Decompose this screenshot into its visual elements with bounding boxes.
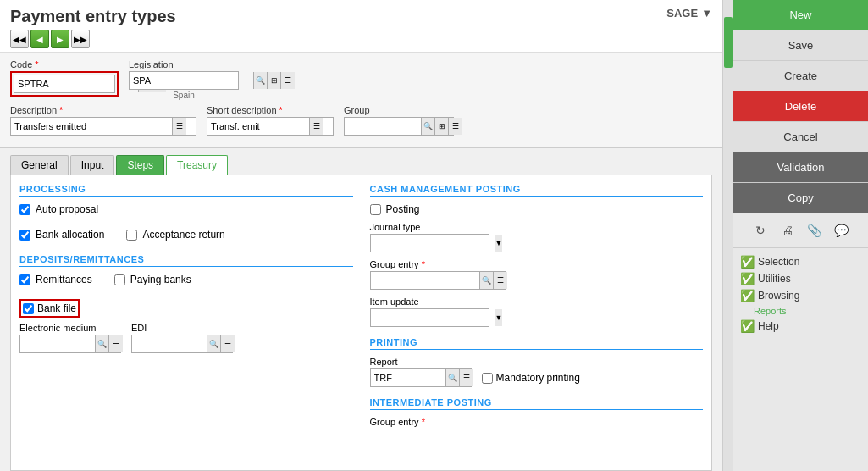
bank-allocation-checkbox[interactable] bbox=[19, 230, 30, 241]
legislation-list-button[interactable]: ☰ bbox=[281, 72, 295, 89]
browsing-link[interactable]: ✅ Browsing bbox=[740, 289, 861, 302]
short-description-input[interactable] bbox=[207, 118, 309, 135]
short-description-input-container: ☰ bbox=[207, 117, 334, 136]
nav-prev-start-button[interactable]: ◀◀ bbox=[10, 30, 29, 48]
legislation-group: Legislation 🔍 ⊞ ☰ Spain bbox=[129, 59, 239, 100]
group-entry-right-label: Group entry * bbox=[370, 259, 704, 269]
auto-proposal-checkbox[interactable] bbox=[19, 204, 30, 215]
description-list-button[interactable]: ☰ bbox=[173, 118, 186, 135]
elec-search-button[interactable]: 🔍 bbox=[96, 335, 109, 352]
legislation-zoom-button[interactable]: ⊞ bbox=[268, 72, 281, 89]
report-input[interactable] bbox=[371, 369, 445, 386]
legislation-search-button[interactable]: 🔍 bbox=[254, 72, 268, 89]
item-update-input[interactable] bbox=[371, 309, 495, 326]
electronic-medium-group: Electronic medium 🔍 ☰ bbox=[19, 323, 121, 353]
group-group: Group 🔍 ⊞ ☰ bbox=[344, 105, 454, 136]
selection-link[interactable]: ✅ Selection bbox=[740, 255, 861, 269]
paying-banks-label: Paying banks bbox=[130, 274, 191, 285]
group-entry-right-input-container: 🔍 ☰ bbox=[370, 271, 506, 290]
tab-steps[interactable]: Steps bbox=[116, 155, 164, 175]
mandatory-printing-checkbox[interactable] bbox=[482, 373, 493, 384]
description-input[interactable] bbox=[11, 118, 172, 135]
code-input[interactable] bbox=[14, 75, 138, 92]
group-input[interactable] bbox=[345, 118, 421, 135]
group-list-button[interactable]: ☰ bbox=[449, 118, 462, 135]
electronic-medium-label: Electronic medium bbox=[19, 323, 121, 333]
journal-type-arrow[interactable]: ▼ bbox=[495, 235, 503, 252]
validation-button[interactable]: Validation bbox=[733, 152, 868, 183]
remittances-row: Remittances Paying banks bbox=[19, 274, 353, 285]
delete-button[interactable]: Delete bbox=[733, 91, 868, 122]
report-label: Report bbox=[370, 357, 704, 367]
legislation-input[interactable] bbox=[130, 72, 253, 89]
item-update-row: Item update ▼ bbox=[370, 296, 704, 327]
nav-next-end-button[interactable]: ▶▶ bbox=[71, 30, 90, 48]
cancel-button[interactable]: Cancel bbox=[733, 122, 868, 152]
create-button[interactable]: Create bbox=[733, 61, 868, 91]
electronic-medium-input[interactable] bbox=[20, 335, 95, 352]
content-inner: PROCESSING Auto proposal Bank allocation… bbox=[11, 175, 711, 470]
scrollbar[interactable] bbox=[722, 0, 733, 471]
scrollbar-thumb[interactable] bbox=[724, 17, 733, 68]
bank-allocation-row: Bank allocation Acceptance return bbox=[19, 229, 353, 241]
remittances-checkbox[interactable] bbox=[19, 274, 30, 285]
bank-file-area: Bank file Electronic medium 🔍 ☰ bbox=[19, 299, 353, 353]
paying-banks-checkbox[interactable] bbox=[114, 274, 125, 285]
sage-label: SAGE ▼ bbox=[666, 7, 712, 19]
utilities-label: Utilities bbox=[758, 273, 791, 285]
sidebar-links: ✅ Selection ✅ Utilities ✅ Browsing Repor… bbox=[733, 248, 868, 343]
group-search-button[interactable]: 🔍 bbox=[422, 118, 435, 135]
left-column: PROCESSING Auto proposal Bank allocation… bbox=[19, 184, 353, 462]
report-list-button[interactable]: ☰ bbox=[460, 369, 473, 386]
mandatory-printing-label: Mandatory printing bbox=[496, 372, 580, 384]
tab-input[interactable]: Input bbox=[70, 155, 115, 175]
new-button[interactable]: New bbox=[733, 0, 868, 30]
print-icon[interactable]: 🖨 bbox=[777, 220, 798, 241]
nav-next-button[interactable]: ▶ bbox=[51, 30, 69, 48]
save-button[interactable]: Save bbox=[733, 30, 868, 61]
tab-treasury[interactable]: Treasury bbox=[166, 155, 228, 175]
group-entry-right-input[interactable] bbox=[371, 272, 479, 289]
journal-type-row: Journal type ▼ bbox=[370, 222, 704, 252]
item-update-arrow[interactable]: ▼ bbox=[495, 309, 503, 326]
processing-title: PROCESSING bbox=[19, 184, 353, 197]
refresh-icon[interactable]: ↻ bbox=[750, 220, 771, 241]
journal-type-field: ▼ bbox=[370, 234, 489, 252]
tab-general[interactable]: General bbox=[10, 155, 69, 175]
code-group: Code * 🔍 ☰ bbox=[10, 59, 119, 97]
group-zoom-button[interactable]: ⊞ bbox=[435, 118, 449, 135]
short-desc-list-button[interactable]: ☰ bbox=[310, 118, 323, 135]
copy-button[interactable]: Copy bbox=[733, 183, 868, 213]
reports-link[interactable]: Reports bbox=[740, 306, 861, 316]
bank-file-checkbox[interactable] bbox=[23, 303, 34, 314]
elec-list-button[interactable]: ☰ bbox=[109, 335, 123, 352]
posting-checkbox[interactable] bbox=[370, 204, 381, 215]
posting-row: Posting bbox=[370, 203, 704, 215]
clip-icon[interactable]: 📎 bbox=[804, 220, 825, 241]
edi-search-button[interactable]: 🔍 bbox=[207, 335, 221, 352]
bank-file-label: Bank file bbox=[37, 302, 76, 314]
group-entry-search-button[interactable]: 🔍 bbox=[480, 272, 494, 289]
chat-icon[interactable]: 💬 bbox=[832, 220, 852, 241]
content-area: PROCESSING Auto proposal Bank allocation… bbox=[10, 175, 712, 471]
edi-list-button[interactable]: ☰ bbox=[221, 335, 235, 352]
nav-prev-button[interactable]: ◀ bbox=[30, 30, 49, 48]
utilities-link[interactable]: ✅ Utilities bbox=[740, 272, 861, 285]
edi-input-container: 🔍 ☰ bbox=[131, 335, 233, 353]
journal-type-input[interactable] bbox=[371, 235, 495, 252]
electronic-edi-row: Electronic medium 🔍 ☰ EDI bbox=[19, 323, 353, 353]
validation-copy-group: Validation Copy bbox=[733, 152, 868, 213]
spain-label: Spain bbox=[129, 91, 239, 100]
report-input-container: 🔍 ☰ bbox=[370, 368, 472, 387]
auto-proposal-label: Auto proposal bbox=[36, 203, 98, 215]
description-label: Description * bbox=[10, 105, 196, 115]
report-search-button[interactable]: 🔍 bbox=[446, 369, 460, 386]
group-entry-list-button[interactable]: ☰ bbox=[494, 272, 507, 289]
help-link[interactable]: ✅ Help bbox=[740, 319, 861, 333]
edi-input[interactable] bbox=[132, 335, 207, 352]
acceptance-return-checkbox[interactable] bbox=[126, 230, 137, 241]
intermediate-group-entry-label: Group entry * bbox=[370, 417, 704, 427]
legislation-label: Legislation bbox=[129, 59, 239, 69]
selection-label: Selection bbox=[758, 256, 799, 268]
item-update-field: ▼ bbox=[370, 308, 489, 327]
